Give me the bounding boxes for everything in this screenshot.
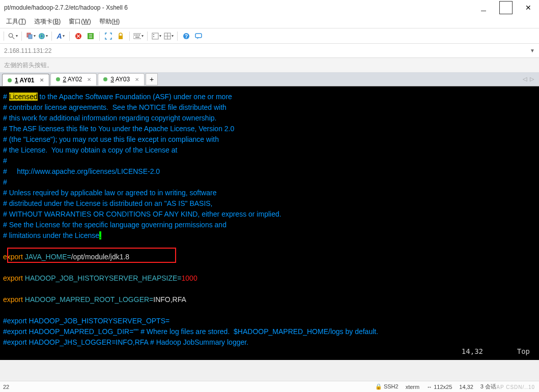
svg-rect-12 [136,35,137,36]
svg-rect-14 [139,35,140,36]
tab-nav: ◁ ▷ [523,76,537,82]
terminal-line: # limitations under the License. [3,230,536,241]
maximize-button[interactable] [499,1,513,14]
terminal-line: # [3,156,536,166]
tab-close-icon[interactable]: ✕ [135,77,139,82]
status-dot-icon [8,78,12,82]
terminal-line: # [3,177,536,188]
status-left: 22 [0,384,12,390]
tab-label: 3 AY03 [110,76,130,83]
svg-rect-17 [153,34,154,35]
lock-status-icon: 🔒 [375,383,382,389]
svg-point-4 [39,33,45,39]
tab-label: 1 AY01 [15,77,35,84]
terminal-line [3,305,536,316]
status-dot-icon [103,77,107,81]
close-button[interactable]: ✕ [522,1,535,14]
copy-icon[interactable] [25,31,36,41]
terminal-line: #export HADOOP_MAPRED_LOG_DIR="" # Where… [3,326,536,337]
minimize-button[interactable] [477,1,490,14]
session-tab-AY03[interactable]: 3 AY03 ✕ [98,73,145,85]
window-controls: ✕ [477,1,535,14]
fullscreen-icon[interactable] [103,31,114,41]
terminal-line: # distributed under the License is distr… [3,198,536,209]
terminal-line: # WITHOUT WARRANTIES OR CONDITIONS OF AN… [3,209,536,220]
tab-close-icon[interactable]: ✕ [40,77,44,83]
tab-strip: 1 AY01 ✕ 2 AY02 ✕ 3 AY03 ✕ + ◁ ▷ [0,72,539,86]
terminal-line: # this work for additional information r… [3,113,536,124]
terminal-line: # The ASF licenses this file to You unde… [3,124,536,134]
status-pos: 14,32 [459,384,473,390]
session-tab-AY01[interactable]: 1 AY01 ✕ [2,74,49,86]
help-icon[interactable]: ? [181,31,191,41]
hint-bar: 左侧的箭头按钮。 [0,58,539,72]
keyboard-icon[interactable] [133,31,144,41]
terminal-line [3,262,536,273]
terminal-line: # Licensed to the Apache Software Founda… [3,92,536,102]
tab-nav-left[interactable]: ◁ [523,76,527,82]
svg-rect-24 [195,34,202,38]
toolbar: A ? [0,28,539,44]
menu-tabs[interactable]: 选项卡(B) [30,17,65,26]
add-tab-button[interactable]: + [146,73,158,85]
terminal-line: #export HADOOP_JOB_HISTORYSERVER_OPTS= [3,316,536,326]
tab-nav-right[interactable]: ▷ [530,76,534,82]
terminal-line [3,241,536,252]
search-icon[interactable] [8,31,18,41]
globe-icon[interactable] [38,31,48,41]
red-circle-icon[interactable] [73,31,83,41]
status-bar: 22 🔒 SSH2 xterm ↔ 112x25 14,32 3 会话 CAP … [0,381,539,392]
terminal-line: # contributor license agreements. See th… [3,102,536,113]
svg-rect-10 [133,34,141,39]
menu-tools[interactable]: 工具(T) [2,17,30,26]
terminal-line: # Unless required by applicable law or a… [3,188,536,198]
vim-scroll-indicator: Top [517,346,530,357]
terminal-line: export HADOOP_MAPRED_ROOT_LOGGER=INFO,RF… [3,294,536,305]
terminal[interactable]: # Licensed to the Apache Software Founda… [0,86,539,360]
status-size: 112x25 [434,384,452,390]
tab-label: 2 AY02 [63,76,82,83]
address-bar[interactable]: 2.168.111.131:22 ▼ [0,44,539,58]
address-text: 2.168.111.131:22 [4,47,530,54]
svg-rect-18 [153,36,154,37]
terminal-line: # (the "License"); you may not use this … [3,134,536,145]
svg-line-1 [12,37,14,39]
svg-rect-9 [119,36,123,39]
terminal-line: export JAVA_HOME=/opt/module/jdk1.8 [3,252,536,262]
menu-help[interactable]: 帮助(H) [95,17,124,26]
terminal-line: # See the License for the specific langu… [3,220,536,230]
svg-rect-15 [135,37,139,38]
window-title: pt/module/hadoop-2.7.2/etc/hadoop - Xshe… [4,4,477,11]
green-square-icon[interactable] [86,31,96,41]
lock-icon[interactable] [116,31,126,41]
svg-point-0 [9,33,13,37]
terminal-line: #export HADOOP_JHS_LOGGER=INFO,RFA # Had… [3,337,536,348]
grid-icon[interactable] [163,31,174,41]
terminal-line: # the License. You may obtain a copy of … [3,145,536,156]
watermark: CAP CSDN/..10 [492,384,535,390]
dropdown-icon[interactable]: ▼ [530,48,535,53]
terminal-line [3,284,536,294]
terminal-line: export HADOOP_JOB_HISTORYSERVER_HEAPSIZE… [3,273,536,284]
font-icon[interactable]: A [55,31,66,41]
svg-rect-16 [152,33,158,39]
status-term: xterm [406,384,420,390]
menu-bar: 工具(T) 选项卡(B) 窗口(W) 帮助(H) [0,15,539,28]
svg-rect-13 [137,35,138,36]
vim-cursor-pos: 14,32 [462,346,483,357]
status-ssh: SSH2 [384,383,399,389]
svg-rect-3 [29,35,32,39]
chat-icon[interactable] [193,31,204,41]
script-icon[interactable] [151,31,161,41]
tab-close-icon[interactable]: ✕ [87,77,91,82]
status-dot-icon [56,77,60,81]
svg-text:?: ? [185,34,188,39]
session-tab-AY02[interactable]: 2 AY02 ✕ [50,73,97,85]
hint-text: 左侧的箭头按钮。 [4,61,53,70]
title-bar: pt/module/hadoop-2.7.2/etc/hadoop - Xshe… [0,0,539,15]
terminal-line: # http://www.apache.org/licenses/LICENSE… [3,166,536,177]
svg-rect-11 [134,35,135,36]
menu-window[interactable]: 窗口(W) [65,17,95,26]
